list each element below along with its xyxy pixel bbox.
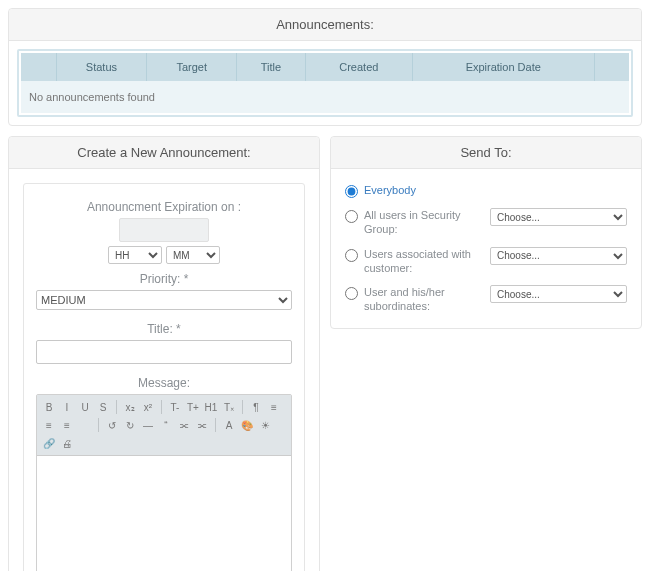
list-ol-icon[interactable]: ≡ <box>41 417 57 433</box>
font-decrease-icon[interactable]: T- <box>167 399 183 415</box>
editor-toolbar: B I U S x₂ x² T- T+ H1 Tₓ <box>37 395 291 456</box>
send-to-title: Send To: <box>331 137 641 169</box>
blank-icon[interactable] <box>77 417 93 433</box>
radio-customer[interactable] <box>345 249 358 262</box>
label-customer: Users associated with customer: <box>364 247 484 276</box>
align-icon[interactable]: ≡ <box>59 417 75 433</box>
toolbar-separator <box>98 418 99 432</box>
label-subordinates: User and his/her subordinates: <box>364 285 484 314</box>
col-target[interactable]: Target <box>147 53 237 81</box>
select-customer[interactable]: Choose... <box>490 247 627 265</box>
radio-row-security-group: All users in Security Group: Choose... <box>345 208 627 237</box>
create-announcement-panel: Create a New Announcement: Announcment E… <box>8 136 320 571</box>
bg-color-icon[interactable]: 🎨 <box>239 417 255 433</box>
empty-message: No announcements found <box>21 81 629 113</box>
strike-icon[interactable]: S <box>95 399 111 415</box>
expiration-hour-select[interactable]: HH <box>108 246 162 264</box>
announcements-panel: Announcements: Status Target Title Creat… <box>8 8 642 126</box>
indent-icon[interactable]: ⫘ <box>194 417 210 433</box>
radio-everybody[interactable] <box>345 185 358 198</box>
radio-row-everybody: Everybody <box>345 183 627 198</box>
title-field-label: Title: * <box>36 322 292 336</box>
create-panel-title: Create a New Announcement: <box>9 137 319 169</box>
priority-label: Priority: * <box>36 272 292 286</box>
redo-icon[interactable]: ↻ <box>122 417 138 433</box>
header-spacer-right <box>594 53 629 81</box>
toolbar-separator <box>215 418 216 432</box>
priority-select[interactable]: MEDIUM <box>36 290 292 310</box>
expiration-minute-select[interactable]: MM <box>166 246 220 264</box>
col-expiration[interactable]: Expiration Date <box>412 53 594 81</box>
announcements-table-wrapper: Status Target Title Created Expiration D… <box>17 49 633 117</box>
select-security-group[interactable]: Choose... <box>490 208 627 226</box>
message-editor: B I U S x₂ x² T- T+ H1 Tₓ <box>36 394 292 571</box>
page-title: Announcements: <box>9 9 641 41</box>
underline-icon[interactable]: U <box>77 399 93 415</box>
radio-security-group[interactable] <box>345 210 358 223</box>
table-empty-row: No announcements found <box>21 81 629 113</box>
outdent-icon[interactable]: ⫘ <box>176 417 192 433</box>
select-subordinates[interactable]: Choose... <box>490 285 627 303</box>
superscript-icon[interactable]: x² <box>140 399 156 415</box>
table-header-row: Status Target Title Created Expiration D… <box>21 53 629 81</box>
create-form: Announcment Expiration on : HH MM Priori… <box>23 183 305 571</box>
expiration-label: Announcment Expiration on : <box>36 200 292 214</box>
radio-row-subordinates: User and his/her subordinates: Choose... <box>345 285 627 314</box>
paragraph-icon[interactable]: ¶ <box>248 399 264 415</box>
send-to-options: Everybody All users in Security Group: C… <box>345 183 627 314</box>
subscript-icon[interactable]: x₂ <box>122 399 138 415</box>
toolbar-separator <box>161 400 162 414</box>
hr-icon[interactable]: — <box>140 417 156 433</box>
toolbar-separator <box>242 400 243 414</box>
font-increase-icon[interactable]: T+ <box>185 399 201 415</box>
list-ul-icon[interactable]: ≡ <box>266 399 282 415</box>
print-icon[interactable]: 🖨 <box>59 435 75 451</box>
toolbar-separator <box>116 400 117 414</box>
col-created[interactable]: Created <box>305 53 412 81</box>
link-icon[interactable]: 🔗 <box>41 435 57 451</box>
bold-icon[interactable]: B <box>41 399 57 415</box>
label-security-group: All users in Security Group: <box>364 208 484 237</box>
message-label: Message: <box>36 376 292 390</box>
col-title[interactable]: Title <box>237 53 306 81</box>
header-spacer-left <box>21 53 56 81</box>
col-status[interactable]: Status <box>56 53 147 81</box>
label-everybody: Everybody <box>364 183 484 197</box>
radio-subordinates[interactable] <box>345 287 358 300</box>
heading-icon[interactable]: H1 <box>203 399 219 415</box>
send-to-panel: Send To: Everybody All users in Security… <box>330 136 642 329</box>
highlight-icon[interactable]: ☀ <box>257 417 273 433</box>
quote-icon[interactable]: “ <box>158 417 174 433</box>
title-input[interactable] <box>36 340 292 364</box>
message-textarea[interactable] <box>37 456 291 571</box>
italic-icon[interactable]: I <box>59 399 75 415</box>
font-color-icon[interactable]: A <box>221 417 237 433</box>
clear-format-icon[interactable]: Tₓ <box>221 399 237 415</box>
undo-icon[interactable]: ↺ <box>104 417 120 433</box>
expiration-date-input[interactable] <box>119 218 209 242</box>
announcements-table: Status Target Title Created Expiration D… <box>21 53 629 113</box>
radio-row-customer: Users associated with customer: Choose..… <box>345 247 627 276</box>
